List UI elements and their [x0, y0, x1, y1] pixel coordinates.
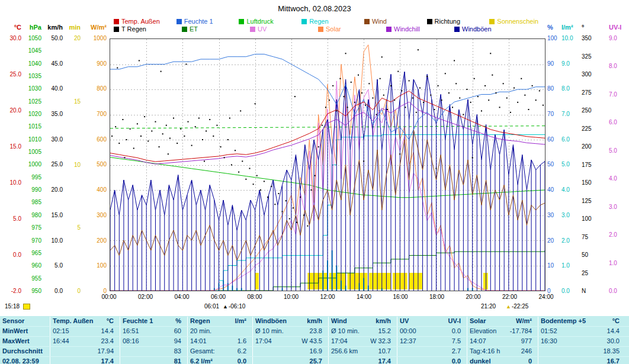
axis-tick-label: 40	[547, 187, 560, 193]
axis-tick-label: 4.0	[609, 176, 627, 182]
axis-tick-label: 125	[582, 198, 596, 204]
legend-item: T Regen	[114, 26, 182, 33]
legend-swatch-icon	[250, 27, 255, 32]
legend-item: ET	[182, 26, 250, 33]
x-axis-label: 18:00	[427, 294, 447, 300]
axis-tick-label: 7.0	[561, 111, 578, 117]
axis-tick-label: 900	[84, 61, 107, 67]
legend-label: Temp. Außen	[121, 18, 160, 25]
axis-unit-label: km/h	[45, 24, 63, 31]
axis-tick-label: 1000	[25, 162, 41, 167]
table-header-cell: Windkm/h	[328, 317, 397, 326]
axis-tick-label: 20.0	[45, 187, 63, 193]
axis-unit-label: W/m²	[84, 24, 107, 31]
axis-tick-label: 200	[582, 144, 596, 150]
axis-tick-label: 0.0	[609, 288, 627, 294]
table-cell: 81	[120, 357, 187, 364]
legend-item: Richtung	[427, 18, 490, 25]
table-header-cell: Regenl/m²	[187, 317, 252, 326]
table-cell: 16:4423.4	[50, 337, 120, 346]
axis-tick-label: 40.0	[45, 86, 63, 92]
table-header-cell: Feuchte 1%	[120, 317, 187, 326]
axis-tick-label: 10.0	[45, 238, 63, 244]
legend-swatch-icon	[182, 27, 187, 32]
axis-tick-label: 75	[582, 234, 596, 240]
page-title: Mittwoch, 02.08.2023	[0, 4, 629, 13]
legend-swatch-icon	[489, 19, 495, 24]
axis-tick-label: 50	[582, 252, 596, 258]
axis-tick-label: 1025	[25, 99, 41, 105]
axis-tick-label: 955	[25, 276, 41, 282]
axis-tick-label: 90	[547, 61, 560, 67]
sun-marker-icon	[23, 304, 30, 310]
axis-unit-label: l/m²	[561, 24, 578, 31]
sunrise-marker: 06:01 ▲ -06:10	[204, 303, 245, 310]
legend-swatch-icon	[454, 27, 460, 32]
table-cell: 0.0	[397, 357, 467, 364]
axis-tick-label: 100	[547, 36, 560, 41]
axis-tick-label: 150	[582, 180, 596, 186]
table-cell: 12:377.5	[397, 337, 467, 346]
table-cell: 256.6 km10.7	[328, 347, 397, 356]
stats-table: SensorTemp. Außen°CFeuchte 1%Regenl/m²Wi…	[0, 315, 629, 364]
axis-tick-label: 1.0	[561, 263, 578, 269]
axis-tick-label: N	[582, 288, 596, 294]
x-axis-label: 10:00	[281, 294, 301, 300]
axis-tick-label: 975	[25, 225, 41, 231]
axis-tick-label: 1005	[25, 149, 41, 155]
legend-swatch-icon	[114, 27, 119, 32]
sunset-marker: 21:20	[481, 303, 496, 310]
axis-tick-label: 5	[68, 225, 81, 231]
weather-chart-page: Mittwoch, 02.08.2023 Temp. AußenFeuchte …	[0, 0, 629, 364]
table-header-cell: Windböenkm/h	[252, 317, 328, 326]
axis-tick-label: 970	[25, 238, 41, 244]
axis-tick-label: 15.0	[2, 144, 21, 150]
axis-tick-label: 0.0	[2, 252, 21, 258]
x-axis-label: 22:00	[500, 294, 520, 300]
legend-item: Luftdruck	[239, 18, 301, 25]
table-cell: 16.7	[538, 357, 625, 364]
table-cell: 02:1514.4	[50, 327, 120, 336]
axis-tick-column: 350325300275250225200175150125100755025N	[582, 36, 596, 294]
x-axis-label: 12:00	[317, 294, 338, 300]
x-axis-label: 06:00	[208, 294, 229, 300]
x-axis-label: 20:00	[463, 294, 483, 300]
table-row-label: 02.08. 23:59	[0, 357, 50, 364]
axis-tick-label: 20	[547, 238, 560, 244]
axis-tick-label: 350	[582, 36, 596, 41]
axis-tick-label: 600	[84, 137, 107, 143]
legend-item: Sonnenschein	[489, 18, 552, 25]
legend-item: Windchill	[386, 26, 454, 33]
x-axis-label: 08:00	[245, 294, 265, 300]
axis-tick-label: 15.0	[45, 212, 63, 218]
legend-swatch-icon	[427, 19, 432, 24]
legend-item: Windböen	[454, 26, 522, 33]
table-cell: 16:3030.0	[538, 337, 625, 346]
axis-tick-label: 1020	[25, 111, 41, 117]
axis-tick-label: 5.0	[561, 162, 578, 167]
axis-tick-label: 8.0	[609, 63, 627, 69]
axis-tick-column: 1009080706050403020100	[547, 36, 560, 294]
axis-tick-label: 6.0	[561, 137, 578, 143]
axis-tick-label: 30.0	[2, 36, 21, 41]
axis-tick-label: 100	[582, 216, 596, 222]
axis-tick-label: 25	[582, 270, 596, 276]
table-cell: 25.7	[252, 357, 328, 364]
axis-tick-label: 100	[84, 263, 107, 269]
axis-tick-label: 70	[547, 111, 560, 117]
axis-tick-label: 700	[84, 111, 107, 117]
axis-tick-label: 9.0	[561, 61, 578, 67]
table-cell: 17.4	[328, 357, 397, 364]
axis-tick-label: 25.0	[2, 72, 21, 78]
axis-tick-label: 0	[68, 288, 81, 294]
legend-label: Feuchte 1	[184, 18, 213, 25]
table-cell: Ø 10 min.15.2	[328, 327, 397, 336]
axis-tick-label: 35.0	[45, 111, 63, 117]
legend-item: Feuchte 1	[176, 18, 239, 25]
axis-tick-label: 800	[84, 86, 107, 92]
table-cell: 00:000.0	[397, 327, 467, 336]
axis-tick-label: 60	[547, 137, 560, 143]
legend-label: ET	[190, 26, 198, 33]
legend-item: Temp. Außen	[114, 18, 176, 25]
dusk-marker: ▲ -22:25	[506, 303, 528, 310]
